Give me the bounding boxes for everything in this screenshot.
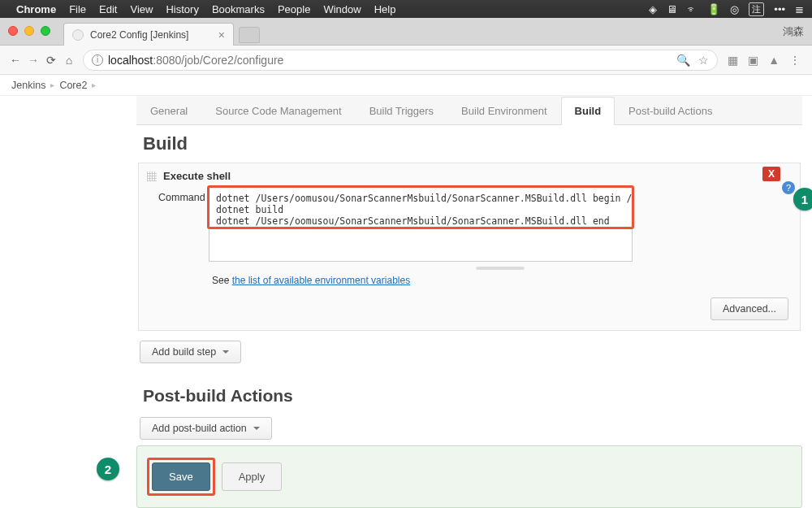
save-button[interactable]: Save xyxy=(152,462,210,491)
tab-scm[interactable]: Source Code Management xyxy=(201,97,355,124)
spotlight-icon[interactable]: ◎ xyxy=(730,3,739,15)
config-tabs: General Source Code Management Build Tri… xyxy=(136,96,802,125)
annotation-callout-2: 2 xyxy=(97,458,119,480)
env-help-prefix: See xyxy=(212,275,232,286)
tab-close-icon[interactable]: × xyxy=(218,28,225,41)
config-panel: General Source Code Management Build Tri… xyxy=(136,96,802,440)
add-build-step-dropdown[interactable]: Add build step xyxy=(140,341,241,363)
back-button[interactable]: ← xyxy=(6,54,24,67)
browser-tab[interactable]: Core2 Config [Jenkins] × xyxy=(63,23,234,46)
zoom-window-icon[interactable] xyxy=(41,26,50,36)
window-controls xyxy=(8,26,50,36)
address-bar[interactable]: i localhost:8080/job/Core2/configure 🔍 ☆ xyxy=(83,50,718,71)
notification-center-icon[interactable]: ≣ xyxy=(795,3,804,15)
delete-step-button[interactable]: X xyxy=(762,167,780,181)
search-in-page-icon[interactable]: 🔍 xyxy=(676,54,690,67)
build-step-title: Execute shell xyxy=(163,170,231,182)
section-heading-postbuild: Post-build Actions xyxy=(143,386,802,406)
site-info-icon[interactable]: i xyxy=(92,54,103,66)
tab-favicon-icon xyxy=(72,29,84,41)
chrome-tab-strip: Core2 Config [Jenkins] × 鴻森 xyxy=(0,18,812,46)
advanced-button[interactable]: Advanced... xyxy=(710,297,788,320)
macos-menu-bar: Chrome File Edit View History Bookmarks … xyxy=(0,0,812,18)
home-button[interactable]: ⌂ xyxy=(60,54,78,67)
extension-icon-3[interactable]: ▲ xyxy=(768,54,780,67)
display-icon[interactable]: 🖥 xyxy=(667,3,677,15)
command-label: Command xyxy=(158,187,209,270)
chrome-toolbar: ← → ⟳ ⌂ i localhost:8080/job/Core2/confi… xyxy=(0,46,812,75)
menu-history[interactable]: History xyxy=(166,3,198,15)
close-window-icon[interactable] xyxy=(8,26,18,36)
profile-label[interactable]: 鴻森 xyxy=(783,24,804,39)
command-textarea[interactable] xyxy=(209,187,633,262)
tab-postbuild[interactable]: Post-build Actions xyxy=(615,97,726,124)
section-heading-build: Build xyxy=(136,125,802,163)
breadcrumb-sep-icon: ▸ xyxy=(50,80,54,89)
forward-button: → xyxy=(24,54,42,67)
tab-build[interactable]: Build xyxy=(561,97,615,125)
add-postbuild-action-dropdown[interactable]: Add post-build action xyxy=(140,417,272,440)
url-path: /job/Core2/configure xyxy=(181,54,283,67)
url-host: localhost xyxy=(108,54,153,67)
menu-people[interactable]: People xyxy=(278,3,310,15)
breadcrumb-item[interactable]: Jenkins xyxy=(11,80,45,91)
page-content: General Source Code Management Build Tri… xyxy=(0,96,812,508)
menu-view[interactable]: View xyxy=(130,3,153,15)
url-port: :8080 xyxy=(153,54,181,67)
menu-window[interactable]: Window xyxy=(323,3,361,15)
bookmark-star-icon[interactable]: ☆ xyxy=(698,54,709,67)
status-icon[interactable]: ◈ xyxy=(649,3,657,15)
wifi-icon[interactable]: ᯤ xyxy=(687,3,698,15)
env-variables-link[interactable]: the list of available environment variab… xyxy=(232,275,410,286)
drag-handle-icon[interactable] xyxy=(147,172,157,181)
overflow-icon[interactable]: ••• xyxy=(774,3,785,15)
extension-icon-2[interactable]: ▣ xyxy=(748,54,758,67)
breadcrumb-sep-icon: ▸ xyxy=(92,80,96,89)
annotation-callout-1: 1 xyxy=(793,188,812,211)
menu-file[interactable]: File xyxy=(69,3,86,15)
battery-icon[interactable]: 🔋 xyxy=(707,3,720,15)
chrome-menu-icon[interactable]: ⋮ xyxy=(789,54,801,67)
minimize-window-icon[interactable] xyxy=(24,26,34,36)
build-step-box: X ? Execute shell Command 1 See the list… xyxy=(138,163,801,331)
env-help-line: See the list of available environment va… xyxy=(212,275,800,286)
breadcrumb: Jenkins ▸ Core2 ▸ xyxy=(0,75,812,96)
save-bar: 2 Save Apply xyxy=(136,445,802,508)
new-tab-button[interactable] xyxy=(239,27,260,43)
textarea-resize-handle[interactable] xyxy=(476,267,525,270)
apply-button[interactable]: Apply xyxy=(222,462,283,491)
extension-icon-1[interactable]: ▦ xyxy=(728,54,738,67)
tab-triggers[interactable]: Build Triggers xyxy=(356,97,447,124)
menu-bookmarks[interactable]: Bookmarks xyxy=(212,3,265,15)
tab-title: Core2 Config [Jenkins] xyxy=(90,29,188,41)
menu-help[interactable]: Help xyxy=(374,3,396,15)
tab-general[interactable]: General xyxy=(136,97,201,124)
input-source-icon[interactable]: 注 xyxy=(749,2,764,16)
menu-app[interactable]: Chrome xyxy=(16,3,56,15)
breadcrumb-item[interactable]: Core2 xyxy=(59,80,87,91)
tab-environment[interactable]: Build Environment xyxy=(447,97,561,124)
reload-button[interactable]: ⟳ xyxy=(42,54,60,67)
menu-edit[interactable]: Edit xyxy=(99,3,117,15)
